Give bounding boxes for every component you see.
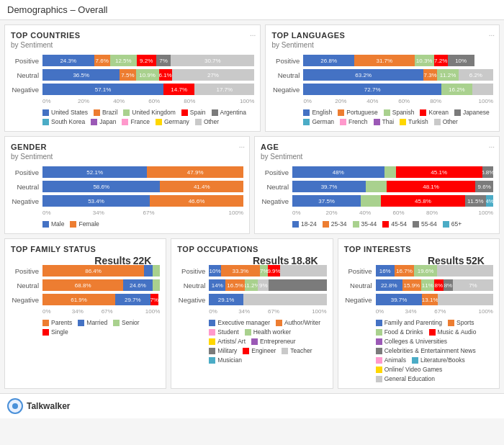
legend-color	[113, 320, 120, 326]
languages-bars: Positive26.8%31.7%10.3%7.2%10%Neutral63.…	[271, 55, 493, 95]
legend-item: Thai	[374, 118, 395, 125]
bar-segment: 10.9%	[136, 69, 159, 81]
legend-item: United Kingdom	[123, 109, 175, 116]
bar-segment: 16.5%	[225, 279, 245, 291]
legend-color	[91, 119, 97, 125]
age-title: AGE	[261, 143, 493, 151]
legend-label: Married	[86, 319, 107, 326]
age-panel: ... AGE by Sentiment Positive48%45.1%5.8…	[254, 136, 500, 234]
legend-color	[212, 109, 218, 116]
legend-color	[420, 109, 426, 116]
legend-label: 35-44	[361, 220, 377, 228]
legend-item: Other	[195, 118, 219, 125]
bar-segment: 15.9%	[402, 279, 421, 291]
bar-track: 36.5%7.5%10.9%6.1%27%	[42, 69, 254, 81]
age-dots[interactable]: ...	[489, 141, 495, 149]
bar-segment: 7%	[156, 55, 171, 66]
int-axis: 0% 34% 67% 100%	[344, 308, 493, 315]
occupations-panel: TOP OCCUPATIONS Results 18.8K Positive10…	[171, 238, 333, 389]
gender-axis: 0% 34% 67% 100%	[11, 210, 243, 216]
languages-dots[interactable]: ...	[489, 30, 495, 37]
bar-row: Neutral58.6%41.4%	[11, 181, 243, 192]
footer: Talkwalker	[0, 393, 504, 418]
legend-item: Teacher	[282, 347, 312, 354]
bar-segment: 41.4%	[160, 181, 243, 192]
legend-item: Portuguese	[338, 109, 377, 116]
legend-label: South Korea	[51, 118, 85, 125]
gender-dots[interactable]: ...	[239, 141, 245, 149]
bar-label: Neutral	[177, 282, 209, 289]
legend-item: Senior	[113, 319, 140, 326]
bar-segment: 53.4%	[42, 195, 150, 207]
legend-item: Military	[209, 347, 237, 354]
legend-color	[78, 320, 84, 326]
bar-track: 53.4%46.6%	[42, 195, 243, 207]
top-countries-panel: ... TOP COUNTRIES by Sentiment Positive2…	[4, 24, 261, 132]
bar-segment	[280, 265, 327, 277]
bar-row: Neutral39.7%48.1%9.6%	[261, 181, 493, 192]
bar-track: 52.1%47.9%	[42, 166, 243, 178]
bar-segment	[384, 166, 396, 178]
bar-track: 68.8%24.6%	[42, 279, 160, 291]
legend-label: Thai	[382, 118, 395, 125]
family-axis: 0% 34% 67% 100%	[11, 308, 160, 315]
legend-color	[251, 338, 258, 345]
interests-bars: Positive16%16.7%19.6%Neutral22.8%15.9%11…	[344, 265, 493, 305]
bar-segment	[153, 265, 161, 277]
legend-label: 65+	[451, 220, 462, 228]
bar-segment: 29.1%	[209, 294, 243, 305]
bar-track: 63.2%7.3%11.2%6.2%	[303, 69, 493, 81]
legend-item: Food & Drinks	[376, 328, 423, 336]
legend-item: Single	[42, 328, 68, 336]
family-status-results: Results 22K	[94, 255, 151, 266]
gender-subtitle: by Sentiment	[11, 153, 243, 161]
legend-item: Music & Audio	[429, 328, 477, 336]
legend-label: Artists/ Art	[217, 338, 246, 345]
legend-color	[156, 119, 162, 125]
bar-row: Neutral68.8%24.6%	[11, 279, 160, 291]
legend-item: Literature/Books	[412, 356, 465, 364]
legend-item: French	[340, 118, 367, 125]
legend-item: United States	[42, 109, 88, 116]
bar-segment: 7%	[453, 279, 493, 291]
legend-label: Food & Drinks	[384, 328, 423, 336]
bar-segment: 46.6%	[150, 195, 243, 207]
bar-track: 39.7%48.1%9.6%	[292, 181, 493, 192]
bar-segment: 8%	[434, 279, 444, 291]
bar-label: Negative	[344, 296, 376, 304]
legend-label: Executive manager	[217, 319, 270, 326]
legend-item: Married	[78, 319, 107, 326]
legend-label: Portuguese	[346, 109, 377, 116]
bar-segment: 86.4%	[42, 265, 144, 277]
languages-title: TOP LANGUAGES	[271, 31, 493, 40]
legend-item: Online/ Video Games	[376, 366, 443, 373]
bar-segment: 22.8%	[376, 279, 402, 291]
legend-color	[340, 119, 346, 125]
countries-legend: United StatesBrazilUnited KingdomSpainAr…	[11, 109, 254, 125]
legend-color	[429, 329, 436, 336]
bar-segment: 68.8%	[42, 279, 123, 291]
legend-item: South Korea	[42, 118, 85, 125]
legend-item: France	[122, 118, 149, 125]
bar-segment	[472, 84, 493, 95]
legend-item: Colleges & Universities	[376, 338, 447, 345]
legend-color	[412, 357, 418, 364]
countries-dots[interactable]: ...	[250, 30, 256, 37]
legend-color	[400, 119, 406, 125]
legend-color	[42, 119, 49, 125]
legend-item: Sports	[448, 319, 474, 326]
legend-color	[42, 320, 49, 326]
legend-item: Executive manager	[209, 319, 270, 326]
legend-label: 25-34	[331, 220, 347, 228]
bar-track: 14%16.5%11.2%9%	[209, 279, 326, 291]
bar-label: Negative	[177, 296, 209, 304]
legend-label: Music & Audio	[438, 328, 477, 336]
occ-legend: Executive managerAuthor/WriterStudentHea…	[177, 319, 326, 364]
legend-label: France	[130, 118, 149, 125]
legend-item: Entrepreneur	[251, 338, 296, 345]
bar-segment	[243, 294, 327, 305]
bar-segment: 48%	[292, 166, 384, 178]
gender-legend: MaleFemale	[11, 220, 243, 228]
bar-segment: 9.9%	[268, 265, 279, 277]
legend-item: 45-54	[382, 220, 407, 228]
